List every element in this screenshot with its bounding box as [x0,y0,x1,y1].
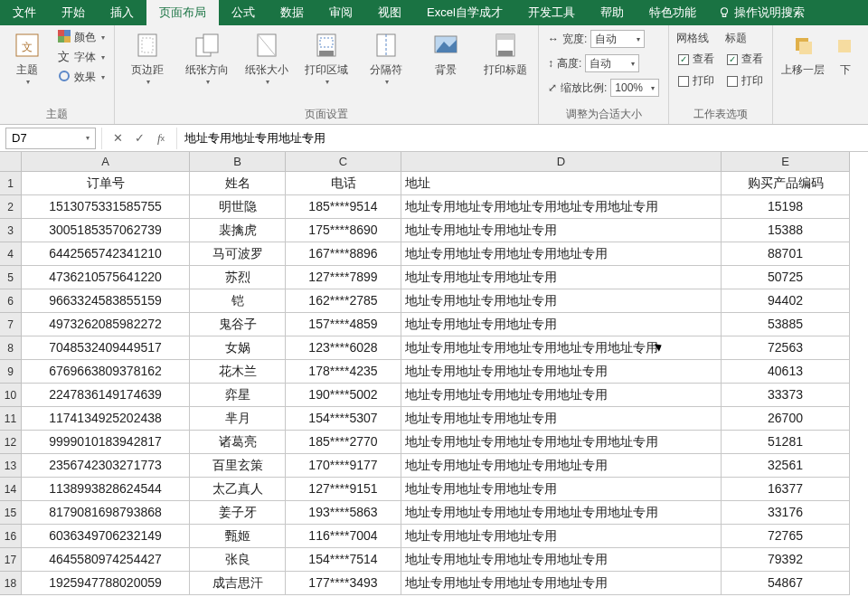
header-cell[interactable]: 地址 [401,172,722,195]
cell[interactable]: 157****4859 [286,313,401,336]
cell[interactable]: 姜子牙 [190,501,286,525]
tab-3[interactable]: 页面布局 [146,0,219,25]
gridlines-print-checkbox[interactable]: 打印 [676,72,716,90]
tab-9[interactable]: 开发工具 [515,0,588,25]
cell[interactable]: 1174134925202438 [22,407,190,431]
cell[interactable]: 26700 [722,407,850,431]
cell[interactable]: 太乙真人 [190,478,286,501]
cell[interactable]: 6442565742341210 [22,242,190,266]
row-header-15[interactable]: 15 [0,501,22,525]
row-header-1[interactable]: 1 [0,172,22,195]
row-header-10[interactable]: 10 [0,384,22,407]
colors-button[interactable]: 颜色▾ [56,29,107,46]
fx-icon[interactable]: fx [155,132,167,145]
print-titles-button[interactable]: 打印标题 [480,29,531,76]
cell[interactable]: 地址专用地址专用地址专用地址专用 [401,360,722,384]
cell[interactable]: 15388 [722,219,850,242]
cell[interactable]: 190****5002 [286,384,401,407]
cell[interactable]: 127****9151 [286,478,401,501]
cell[interactable]: 162****2785 [286,289,401,313]
row-header-6[interactable]: 6 [0,289,22,313]
cell[interactable]: 6036349706232149 [22,525,190,548]
cancel-icon[interactable]: ✕ [111,132,124,145]
cell[interactable]: 地址专用地址专用地址专用 [401,266,722,289]
cell[interactable]: 7048532409449517 [22,336,190,360]
size-button[interactable]: 纸张大小▾ [241,29,292,86]
cell[interactable]: 193****5863 [286,501,401,525]
cell[interactable]: 15198 [722,195,850,219]
select-all-corner[interactable] [0,152,22,172]
fonts-button[interactable]: 文 字体▾ [56,49,107,66]
cell[interactable]: 2247836149174639 [22,384,190,407]
bring-forward-button[interactable]: 上移一层 [780,29,826,76]
cell[interactable]: 72563 [722,336,850,360]
cell[interactable]: 2356742303271773 [22,454,190,478]
height-control[interactable]: ↕ 高度: 自动▾ [546,53,661,73]
row-header-8[interactable]: 8 [0,336,22,360]
cell[interactable]: 1513075331585755 [22,195,190,219]
row-header-2[interactable]: 2 [0,195,22,219]
tab-4[interactable]: 公式 [219,0,268,25]
scale-input[interactable]: 100%▾ [610,79,659,97]
themes-button[interactable]: 文 主题 ▾ [7,29,47,86]
cell[interactable]: 地址专用地址专用地址专用 [401,525,722,548]
cell[interactable]: 地址专用地址专用地址专用 [401,407,722,431]
cell[interactable]: 40613 [722,360,850,384]
orientation-button[interactable]: 纸张方向▾ [182,29,232,86]
cell[interactable]: 地址专用地址专用地址专用地址专用地址专用 [401,501,722,525]
cell[interactable]: 地址专用地址专用地址专用地址专用 [401,242,722,266]
tab-0[interactable]: 文件 [0,0,49,25]
height-select[interactable]: 自动▾ [585,54,639,72]
cell[interactable]: 芈月 [190,407,286,431]
cell[interactable]: 成吉思汗 [190,572,286,595]
row-header-5[interactable]: 5 [0,266,22,289]
row-header-13[interactable]: 13 [0,454,22,478]
cell[interactable]: 123****6028 [286,336,401,360]
cell[interactable]: 170****9177 [286,454,401,478]
row-header-16[interactable]: 16 [0,525,22,548]
cell[interactable]: 116****7004 [286,525,401,548]
cell[interactable]: 32561 [722,454,850,478]
cell[interactable]: 地址专用地址专用地址专用 [401,219,722,242]
formula-input[interactable] [177,128,868,149]
cell[interactable]: 33373 [722,384,850,407]
header-cell[interactable]: 订单号 [22,172,190,195]
cell[interactable]: 4973262085982272 [22,313,190,336]
cell[interactable]: 16377 [722,478,850,501]
cell[interactable]: 铠 [190,289,286,313]
cell[interactable]: 明世隐 [190,195,286,219]
cell[interactable]: 175****8690 [286,219,401,242]
cell[interactable]: 54867 [722,572,850,595]
header-cell[interactable]: 电话 [286,172,401,195]
cell[interactable]: 51281 [722,431,850,454]
cell[interactable]: 诸葛亮 [190,431,286,454]
cell[interactable]: 1138993828624544 [22,478,190,501]
cell[interactable]: 4736210575641220 [22,266,190,289]
tab-5[interactable]: 数据 [268,0,316,25]
cell[interactable]: 79392 [722,548,850,572]
tell-me-search[interactable]: 操作说明搜索 [709,0,814,25]
cell[interactable]: 地址专用地址专用地址专用地址专用 [401,548,722,572]
cell[interactable]: 3005185357062739 [22,219,190,242]
effects-button[interactable]: 效果▾ [56,69,107,86]
cell[interactable]: 177****3493 [286,572,401,595]
cell[interactable]: 127****7899 [286,266,401,289]
name-box[interactable]: D7 ▾ [5,128,96,149]
cell[interactable]: 154****7514 [286,548,401,572]
column-header-A[interactable]: A [22,152,190,172]
cell[interactable]: 33176 [722,501,850,525]
send-backward-button[interactable]: 下 [835,29,856,76]
header-cell[interactable]: 姓名 [190,172,286,195]
row-header-17[interactable]: 17 [0,548,22,572]
row-header-18[interactable]: 18 [0,572,22,595]
row-header-4[interactable]: 4 [0,242,22,266]
tab-7[interactable]: 视图 [365,0,414,25]
cell[interactable]: 1925947788020059 [22,572,190,595]
cell[interactable]: 154****5307 [286,407,401,431]
tab-11[interactable]: 特色功能 [637,0,709,25]
cell[interactable]: 185****2770 [286,431,401,454]
row-header-3[interactable]: 3 [0,219,22,242]
cell[interactable]: 4645580974254427 [22,548,190,572]
print-area-button[interactable]: 打印区域▾ [301,29,352,86]
gridlines-view-checkbox[interactable]: 查看 [676,51,716,68]
